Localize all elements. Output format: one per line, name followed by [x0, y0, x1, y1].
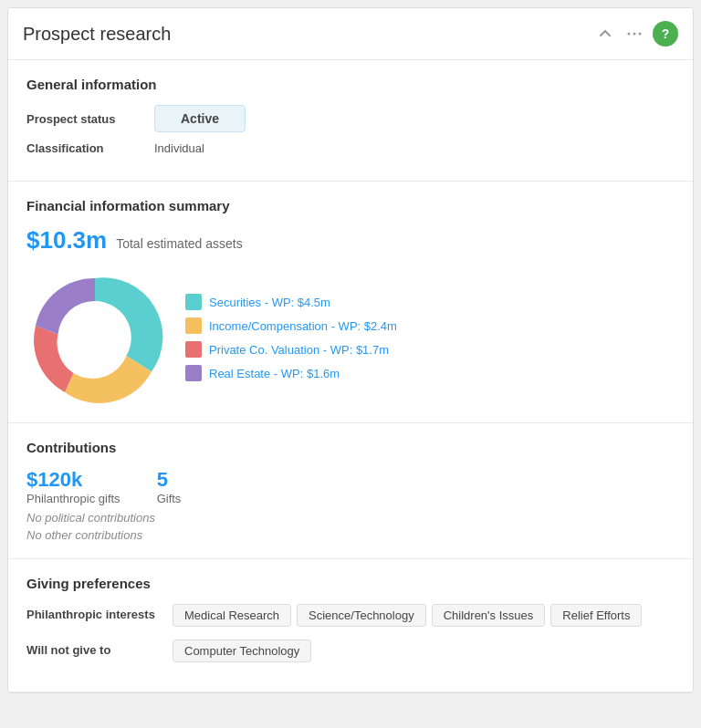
philanthropic-block: $120k Philanthropic gifts — [26, 468, 120, 505]
exclusion-tags: Computer Technology — [173, 640, 311, 662]
gifts-count: 5 — [157, 468, 182, 492]
gifts-block: 5 Gifts — [157, 468, 182, 505]
legend-item-private: Private Co. Valuation - WP: $1.7m — [185, 341, 397, 358]
tag-relief-efforts: Relief Efforts — [550, 604, 642, 627]
status-badge[interactable]: Active — [154, 105, 246, 132]
svg-point-2 — [639, 33, 642, 36]
page-container: Prospect research ? General information … — [7, 7, 694, 693]
classification-value: Individual — [154, 141, 204, 155]
total-amount: $10.3m — [26, 226, 107, 255]
more-options-icon[interactable] — [623, 23, 645, 45]
contributions-title: Contributions — [26, 440, 675, 455]
contributions-section: Contributions $120k Philanthropic gifts … — [8, 423, 693, 559]
legend-color-realestate — [185, 365, 202, 381]
classification-label: Classification — [26, 141, 154, 155]
help-button[interactable]: ? — [653, 21, 678, 47]
legend-item-securities: Securities - WP: $4.5m — [185, 294, 397, 310]
philanthropic-label: Philanthropic gifts — [26, 492, 120, 505]
legend-item-income: Income/Compensation - WP: $2.4m — [185, 317, 397, 334]
svg-point-3 — [60, 303, 130, 372]
will-not-give-label: Will not give to — [26, 640, 173, 657]
total-assets-row: $10.3m Total estimated assets — [26, 226, 675, 255]
legend-color-securities — [185, 294, 202, 310]
header-actions: ? — [594, 21, 678, 47]
giving-preferences-section: Giving preferences Philanthropic interes… — [8, 559, 693, 692]
philanthropic-interests-label: Philanthropic interests — [26, 604, 173, 621]
page-header: Prospect research ? — [8, 8, 693, 60]
collapse-icon[interactable] — [594, 23, 616, 45]
legend-label-income: Income/Compensation - WP: $2.4m — [209, 319, 397, 333]
chart-legend: Securities - WP: $4.5m Income/Compensati… — [185, 294, 397, 381]
legend-label-realestate: Real Estate - WP: $1.6m — [209, 367, 340, 380]
philanthropic-amount: $120k — [26, 468, 120, 492]
tag-computer-technology: Computer Technology — [173, 640, 311, 662]
total-label: Total estimated assets — [116, 236, 243, 251]
giving-preferences-title: Giving preferences — [26, 576, 675, 591]
legend-color-private — [185, 341, 202, 358]
no-other: No other contributions — [26, 528, 675, 542]
legend-label-private: Private Co. Valuation - WP: $1.7m — [209, 343, 389, 357]
gifts-label: Gifts — [157, 492, 182, 505]
prospect-status-row: Prospect status Active — [26, 105, 675, 132]
tag-childrens-issues: Children's Issues — [432, 604, 546, 627]
legend-color-income — [185, 317, 202, 334]
financial-section-title: Financial information summary — [26, 198, 675, 213]
no-political: No political contributions — [26, 511, 675, 525]
will-not-give-row: Will not give to Computer Technology — [26, 640, 675, 662]
legend-item-realestate: Real Estate - WP: $1.6m — [185, 365, 397, 381]
donut-chart — [26, 269, 163, 406]
general-information-section: General information Prospect status Acti… — [8, 60, 693, 182]
svg-point-1 — [633, 33, 636, 36]
classification-row: Classification Individual — [26, 141, 675, 155]
financial-information-section: Financial information summary $10.3m Tot… — [8, 182, 693, 423]
general-information-title: General information — [26, 77, 675, 92]
chart-legend-row: Securities - WP: $4.5m Income/Compensati… — [26, 269, 675, 406]
prospect-status-label: Prospect status — [26, 112, 154, 126]
interests-tags: Medical Research Science/Technology Chil… — [173, 604, 642, 627]
svg-point-0 — [628, 33, 631, 36]
contributions-amounts: $120k Philanthropic gifts 5 Gifts — [26, 468, 675, 505]
philanthropic-interests-row: Philanthropic interests Medical Research… — [26, 604, 675, 627]
page-title: Prospect research — [23, 24, 171, 45]
tag-medical-research: Medical Research — [173, 604, 291, 627]
tag-science-technology: Science/Technology — [297, 604, 426, 627]
legend-label-securities: Securities - WP: $4.5m — [209, 296, 330, 309]
